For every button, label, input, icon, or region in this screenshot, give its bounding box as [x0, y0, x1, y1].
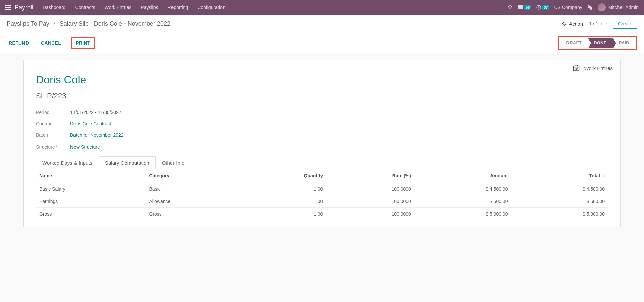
main-menu: Dashboard Contracts Work Entries Payslip…	[43, 5, 225, 10]
cell-amount: $ 4,500.00	[414, 183, 511, 195]
breadcrumb: Payslips To Pay / Salary Slip - Doris Co…	[7, 20, 170, 27]
period-label: Period	[36, 110, 70, 115]
cell-total: $ 4,500.00	[511, 183, 608, 195]
pager-next[interactable]: ›	[605, 21, 607, 27]
action-label: Action	[569, 21, 583, 27]
cell-total: $ 500.00	[511, 195, 608, 207]
tab-other-info[interactable]: Other Info	[156, 156, 191, 169]
slip-number: SLIP/223	[36, 92, 608, 100]
cell-rate: 100.0000	[326, 195, 414, 207]
refund-button[interactable]: REFUND	[7, 39, 31, 47]
col-total: Total	[511, 169, 608, 183]
pager: 1 / 1 ‹ ›	[589, 21, 607, 27]
batch-label: Batch	[36, 132, 70, 138]
action-dropdown[interactable]: Action	[562, 21, 583, 27]
svg-point-3	[604, 174, 604, 174]
cell-category: Basic	[146, 183, 240, 195]
table-row[interactable]: EarningsAllowance1.00100.0000$ 500.00$ 5…	[36, 195, 608, 207]
menu-work-entries[interactable]: Work Entries	[104, 5, 131, 10]
status-draft[interactable]: DRAFT	[560, 38, 588, 48]
menu-contracts[interactable]: Contracts	[75, 5, 95, 10]
cell-name: Basic Salary	[36, 183, 146, 195]
breadcrumb-parent[interactable]: Payslips To Pay	[7, 20, 49, 27]
activities-badge: 37	[542, 5, 549, 10]
work-entries-label: Work Entries	[584, 65, 613, 71]
tabs: Worked Days & Inputs Salary Computation …	[36, 156, 608, 169]
app-brand: Payroll	[15, 4, 33, 11]
calendar-icon	[573, 64, 580, 72]
col-rate: Rate (%)	[326, 169, 414, 183]
avatar	[598, 3, 606, 11]
table-options-icon[interactable]	[600, 173, 605, 179]
col-category: Category	[146, 169, 240, 183]
tab-salary-computation[interactable]: Salary Computation	[99, 156, 156, 169]
tray-activities[interactable]: 37	[536, 5, 549, 10]
table-row[interactable]: Basic SalaryBasic1.00100.0000$ 4,500.00$…	[36, 183, 608, 195]
breadcrumb-row: Payslips To Pay / Salary Slip - Doris Co…	[0, 15, 644, 33]
batch-link[interactable]: Batch for November 2022	[70, 132, 124, 138]
structure-label: Structure?	[36, 144, 70, 150]
cell-rate: 100.0000	[326, 207, 414, 220]
user-menu[interactable]: Mitchell Admin	[598, 3, 639, 11]
cell-total: $ 5,000.00	[511, 207, 608, 220]
tab-worked-days[interactable]: Worked Days & Inputs	[36, 156, 99, 169]
cell-category: Allowance	[146, 195, 240, 207]
tray-voip-icon[interactable]	[507, 4, 513, 10]
cell-amount: $ 5,000.00	[414, 207, 511, 220]
structure-link[interactable]: New Structure	[70, 144, 100, 150]
cancel-button[interactable]: CANCEL	[39, 39, 63, 47]
action-bar: REFUND CANCEL PRINT DRAFT DONE PAID	[0, 33, 644, 53]
col-amount: Amount	[414, 169, 511, 183]
work-entries-button[interactable]: Work Entries	[565, 60, 621, 76]
svg-point-4	[604, 175, 604, 175]
menu-payslips[interactable]: Payslips	[141, 5, 158, 10]
form-sheet: Work Entries Doris Cole SLIP/223 Period …	[23, 60, 621, 227]
cell-category: Gross	[146, 207, 240, 220]
cell-name: Earnings	[36, 195, 146, 207]
top-nav: Payroll Dashboard Contracts Work Entries…	[0, 0, 644, 15]
svg-point-0	[510, 8, 510, 9]
col-name: Name	[36, 169, 146, 183]
tray-debug-icon[interactable]	[587, 4, 593, 10]
cell-name: Gross	[36, 207, 146, 220]
contract-label: Contract	[36, 121, 70, 126]
tray-messages[interactable]: 56	[518, 5, 531, 10]
svg-point-5	[604, 176, 604, 177]
breadcrumb-current: Salary Slip - Doris Cole - November 2022	[60, 20, 170, 27]
cell-rate: 100.0000	[326, 183, 414, 195]
breadcrumb-separator: /	[54, 20, 55, 27]
cell-quantity: 1.00	[240, 207, 326, 220]
messages-badge: 56	[524, 5, 531, 10]
status-done[interactable]: DONE	[588, 38, 613, 48]
cell-quantity: 1.00	[240, 195, 326, 207]
apps-icon[interactable]	[5, 5, 11, 10]
pager-text: 1 / 1	[589, 21, 598, 26]
status-paid[interactable]: PAID	[613, 38, 635, 48]
create-button[interactable]: Create	[613, 19, 637, 29]
cell-quantity: 1.00	[240, 183, 326, 195]
table-row[interactable]: GrossGross1.00100.0000$ 5,000.00$ 5,000.…	[36, 207, 608, 220]
salary-table: Name Category Quantity Rate (%) Amount T…	[36, 169, 608, 220]
company-switcher[interactable]: US Company	[554, 5, 582, 10]
period-value: 11/01/2022 - 11/30/2022	[70, 110, 121, 115]
cell-amount: $ 500.00	[414, 195, 511, 207]
menu-dashboard[interactable]: Dashboard	[43, 5, 66, 10]
col-quantity: Quantity	[240, 169, 326, 183]
status-bar: DRAFT DONE PAID	[558, 36, 637, 50]
contract-link[interactable]: Doris Cole Contract	[70, 121, 111, 126]
user-name: Mitchell Admin	[608, 5, 639, 10]
menu-reporting[interactable]: Reporting	[167, 5, 188, 10]
print-button[interactable]: PRINT	[71, 37, 95, 49]
pager-prev[interactable]: ‹	[601, 21, 602, 27]
employee-name: Doris Cole	[36, 74, 608, 86]
menu-configuration[interactable]: Configuration	[197, 5, 225, 10]
